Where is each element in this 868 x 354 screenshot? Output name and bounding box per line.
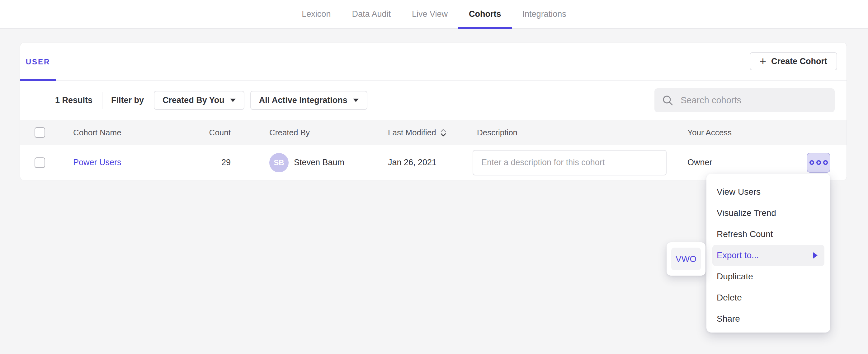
chevron-down-icon	[353, 99, 359, 102]
last-modified-cell: Jan 26, 2021	[388, 158, 477, 167]
nav-tab-data-audit[interactable]: Data Audit	[341, 0, 401, 28]
header-created-by[interactable]: Created By	[231, 128, 388, 137]
select-all-checkbox[interactable]	[35, 127, 45, 138]
export-submenu: VWO	[666, 242, 706, 276]
divider	[102, 92, 102, 109]
header-checkbox-cell	[20, 127, 73, 138]
plus-icon: +	[760, 56, 766, 67]
cohorts-panel: USER + Create Cohort 1 Results Filter by…	[20, 43, 847, 180]
submenu-arrow-icon	[813, 252, 817, 258]
integrations-filter-label: All Active Integrations	[259, 96, 347, 105]
row-actions-menu-button[interactable]	[807, 153, 830, 173]
menu-item-visualize-trend[interactable]: Visualize Trend	[706, 202, 830, 224]
description-input[interactable]	[473, 150, 666, 175]
created-by-filter-label: Created By You	[162, 96, 224, 105]
header-last-modified[interactable]: Last Modified	[388, 128, 477, 137]
search-icon	[662, 95, 674, 106]
ellipsis-icon	[823, 160, 828, 165]
access-cell: Owner	[687, 158, 800, 167]
submenu-item-vwo[interactable]: VWO	[671, 248, 701, 270]
header-cohort-name[interactable]: Cohort Name	[73, 128, 189, 137]
filter-bar: 1 Results Filter by Created By You All A…	[20, 81, 846, 120]
created-by-cell: SB Steven Baum	[231, 153, 388, 172]
integrations-filter-dropdown[interactable]: All Active Integrations	[250, 91, 367, 110]
created-by-filter-dropdown[interactable]: Created By You	[154, 91, 244, 110]
avatar: SB	[269, 153, 289, 172]
results-count: 1 Results	[55, 96, 92, 105]
filter-by-label: Filter by	[111, 96, 144, 105]
cohort-count: 29	[189, 158, 231, 167]
actions-cell	[800, 153, 847, 173]
cohort-name-cell: Power Users	[73, 158, 189, 167]
menu-item-export-to[interactable]: Export to...	[712, 245, 825, 266]
tab-user[interactable]: USER	[20, 43, 56, 81]
create-cohort-label: Create Cohort	[771, 57, 827, 66]
header-your-access: Your Access	[687, 128, 800, 137]
export-to-label: Export to...	[717, 250, 759, 260]
top-navigation: Lexicon Data Audit Live View Cohorts Int…	[0, 0, 868, 29]
chevron-down-icon	[230, 99, 236, 102]
row-checkbox-cell	[20, 157, 73, 168]
sort-icon[interactable]	[440, 129, 446, 136]
description-cell	[477, 150, 687, 175]
menu-item-delete[interactable]: Delete	[706, 287, 830, 308]
nav-tab-integrations[interactable]: Integrations	[512, 0, 577, 28]
creator: SB Steven Baum	[269, 153, 388, 172]
create-cohort-button[interactable]: + Create Cohort	[750, 52, 837, 70]
header-count[interactable]: Count	[189, 128, 231, 137]
menu-item-duplicate[interactable]: Duplicate	[706, 266, 830, 287]
creator-name: Steven Baum	[294, 158, 344, 167]
ellipsis-icon	[816, 160, 821, 165]
search-cohorts-box[interactable]	[654, 88, 835, 112]
nav-tab-lexicon[interactable]: Lexicon	[291, 0, 341, 28]
nav-tab-live-view[interactable]: Live View	[401, 0, 458, 28]
menu-item-view-users[interactable]: View Users	[706, 181, 830, 202]
search-input[interactable]	[681, 95, 827, 105]
menu-item-refresh-count[interactable]: Refresh Count	[706, 224, 830, 245]
table-header-row: Cohort Name Count Created By Last Modifi…	[20, 120, 846, 145]
row-context-menu: View Users Visualize Trend Refresh Count…	[706, 173, 830, 332]
header-last-modified-label: Last Modified	[388, 128, 436, 137]
panel-tab-bar: USER + Create Cohort	[20, 43, 846, 81]
row-checkbox[interactable]	[35, 157, 45, 168]
ellipsis-icon	[809, 160, 814, 165]
nav-tab-cohorts[interactable]: Cohorts	[458, 0, 512, 28]
cohort-name-link[interactable]: Power Users	[73, 158, 121, 167]
header-description: Description	[477, 128, 687, 137]
menu-item-share[interactable]: Share	[706, 308, 830, 329]
